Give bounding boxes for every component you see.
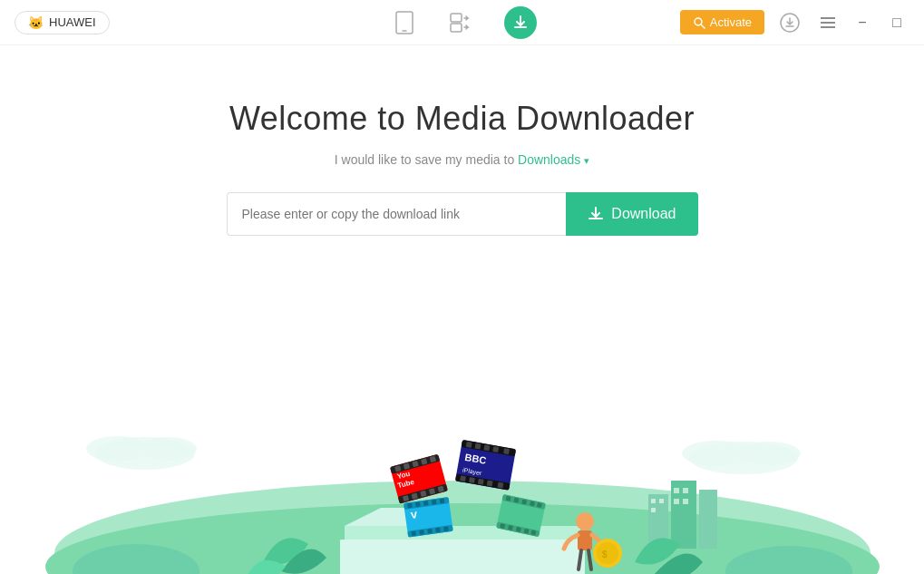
minimize-button[interactable]: − <box>850 10 875 35</box>
activate-button[interactable]: Activate <box>680 10 764 34</box>
page-title: Welcome to Media Downloader <box>229 100 695 138</box>
svg-rect-29 <box>683 499 688 504</box>
device-icon: 🐱 <box>28 15 44 30</box>
svg-rect-26 <box>674 488 679 493</box>
nav-download-icon[interactable] <box>504 6 537 39</box>
svg-rect-74 <box>443 526 449 531</box>
titlebar-left: 🐱 HUAWEI <box>15 11 110 34</box>
download-bar: Download <box>227 192 698 236</box>
svg-rect-79 <box>521 500 527 505</box>
svg-rect-57 <box>469 477 475 483</box>
download-circle-icon[interactable] <box>773 6 806 39</box>
nav-transfer-icon[interactable] <box>446 6 479 39</box>
svg-rect-3 <box>451 24 462 32</box>
subtitle: I would like to save my media to Downloa… <box>335 152 589 167</box>
download-icon <box>588 206 604 222</box>
svg-rect-53 <box>492 446 499 452</box>
hamburger-icon <box>821 17 835 28</box>
svg-rect-67 <box>432 500 437 505</box>
svg-rect-83 <box>500 523 505 529</box>
svg-rect-59 <box>487 480 493 486</box>
titlebar: 🐱 HUAWEI <box>0 0 924 45</box>
svg-rect-52 <box>483 444 490 451</box>
svg-rect-78 <box>513 498 519 503</box>
menu-button[interactable] <box>815 10 841 35</box>
svg-rect-60 <box>497 482 503 489</box>
svg-rect-85 <box>516 527 521 532</box>
maximize-button[interactable]: □ <box>884 10 909 35</box>
svg-rect-22 <box>699 490 717 549</box>
svg-rect-73 <box>435 528 441 533</box>
svg-point-14 <box>139 437 197 461</box>
svg-rect-56 <box>460 475 466 482</box>
download-button[interactable]: Download <box>566 192 697 236</box>
svg-rect-71 <box>419 530 424 535</box>
svg-rect-58 <box>478 479 484 485</box>
svg-rect-68 <box>440 499 445 504</box>
titlebar-nav <box>388 6 537 39</box>
svg-rect-25 <box>651 508 656 512</box>
svg-rect-64 <box>407 503 413 509</box>
svg-rect-87 <box>530 530 536 535</box>
svg-rect-51 <box>475 443 481 450</box>
titlebar-right: Activate − □ <box>680 6 909 39</box>
svg-rect-54 <box>503 448 510 454</box>
svg-rect-70 <box>411 530 416 536</box>
url-input[interactable] <box>227 192 567 236</box>
chevron-down-icon: ▾ <box>584 155 589 166</box>
svg-point-93 <box>597 542 618 564</box>
svg-rect-24 <box>659 499 664 503</box>
folder-link[interactable]: Downloads ▾ <box>518 152 589 167</box>
main-content: Welcome to Media Downloader I would like… <box>0 45 924 272</box>
svg-rect-77 <box>506 496 511 501</box>
svg-rect-50 <box>466 442 472 448</box>
svg-rect-81 <box>537 502 542 508</box>
svg-rect-28 <box>674 499 679 504</box>
search-icon <box>693 16 705 29</box>
subtitle-prefix: I would like to save my media to <box>335 152 514 167</box>
svg-rect-86 <box>524 529 530 534</box>
device-name: HUAWEI <box>49 15 96 29</box>
svg-rect-80 <box>530 501 535 506</box>
svg-rect-23 <box>651 499 656 503</box>
svg-rect-84 <box>508 525 513 530</box>
svg-line-5 <box>701 24 705 28</box>
svg-rect-27 <box>683 488 688 493</box>
svg-point-17 <box>737 442 801 465</box>
nav-phone-icon[interactable] <box>388 6 421 39</box>
svg-text:$: $ <box>602 550 608 559</box>
svg-rect-65 <box>415 501 421 507</box>
svg-rect-66 <box>423 501 429 506</box>
svg-rect-2 <box>451 14 462 22</box>
svg-rect-30 <box>340 540 585 574</box>
svg-rect-72 <box>427 529 433 534</box>
device-selector[interactable]: 🐱 HUAWEI <box>15 11 110 34</box>
svg-rect-89 <box>578 530 592 550</box>
svg-point-88 <box>576 512 594 530</box>
illustration: You Tube BBC iPlayer <box>0 263 924 574</box>
